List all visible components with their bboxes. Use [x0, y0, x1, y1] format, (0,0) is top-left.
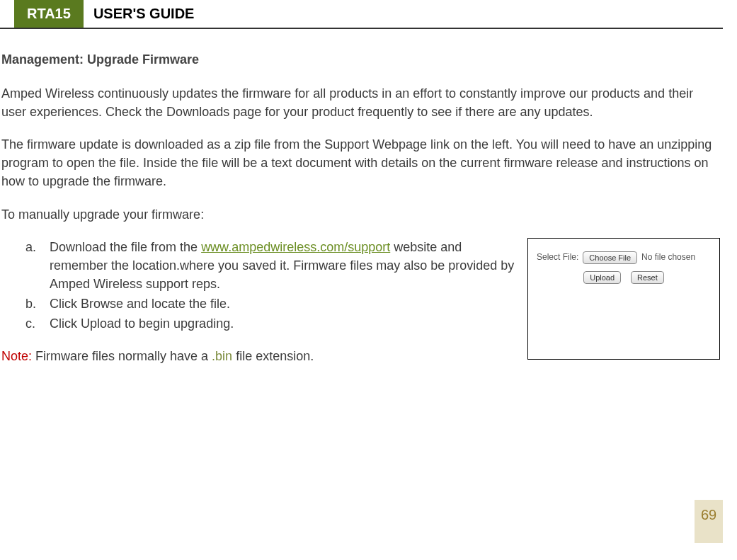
- list-item: c. Click Upload to begin upgrading.: [25, 314, 519, 333]
- intro-paragraph-2: The firmware update is downloaded as a z…: [1, 135, 720, 190]
- header-spacer: [0, 0, 14, 28]
- action-buttons-row: Upload Reset: [537, 271, 711, 284]
- note-text: file extension.: [232, 349, 314, 363]
- list-text: Click Upload to begin upgrading.: [50, 314, 519, 333]
- list-text: Download the file from the www.ampedwire…: [50, 238, 519, 293]
- support-link[interactable]: www.ampedwireless.com/support: [201, 240, 390, 254]
- list-marker: a.: [25, 238, 50, 293]
- page-content: Management: Upgrade Firmware Amped Wirel…: [0, 29, 737, 365]
- no-file-text: No file chosen: [641, 251, 695, 263]
- note-line: Note: Firmware files normally have a .bi…: [1, 347, 519, 365]
- ordered-list: a. Download the file from the www.ampedw…: [1, 238, 519, 333]
- list-text: Click Browse and locate the file.: [50, 295, 519, 313]
- upload-button[interactable]: Upload: [583, 271, 621, 284]
- page-header: RTA15 USER'S GUIDE: [0, 0, 723, 29]
- list-item: b. Click Browse and locate the file.: [25, 295, 519, 313]
- list-marker: c.: [25, 314, 50, 333]
- list-marker: b.: [25, 295, 50, 313]
- intro-paragraph-1: Amped Wireless continuously updates the …: [1, 84, 720, 121]
- note-label: Note:: [1, 349, 32, 363]
- list-item: a. Download the file from the www.ampedw…: [25, 238, 519, 293]
- instructions-lead: To manually upgrade your firmware:: [1, 205, 720, 224]
- reset-button[interactable]: Reset: [631, 271, 664, 284]
- note-text: Firmware files normally have a: [32, 349, 212, 363]
- select-file-label: Select File:: [537, 251, 578, 263]
- page-number: 69: [695, 500, 723, 543]
- upload-figure: Select File: Choose File No file chosen …: [527, 238, 720, 360]
- choose-file-button[interactable]: Choose File: [583, 251, 637, 264]
- text-fragment: Download the file from the: [50, 240, 201, 254]
- section-heading: Management: Upgrade Firmware: [1, 50, 720, 69]
- product-badge: RTA15: [14, 0, 84, 28]
- file-select-row: Select File: Choose File No file chosen: [537, 251, 711, 264]
- guide-title: USER'S GUIDE: [84, 0, 205, 28]
- file-extension: .bin: [212, 349, 232, 363]
